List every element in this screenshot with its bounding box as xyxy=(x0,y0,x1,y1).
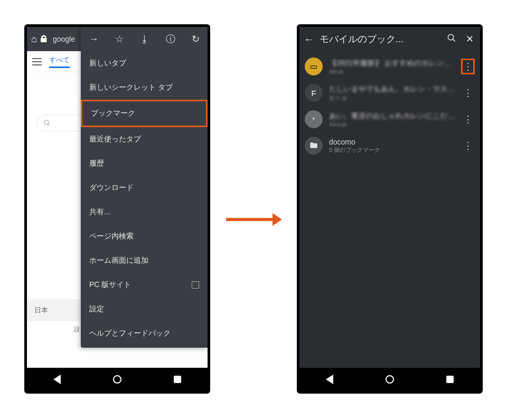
menu-add-home[interactable]: ホーム画面に追加 xyxy=(81,249,208,273)
bookmarks-screen: ← モバイルのブック... ✕ ▭ 【2021年最新】 おすすめのカレン… ta… xyxy=(299,27,480,391)
favicon-icon: F xyxy=(305,84,323,102)
more-icon[interactable]: ⋮ xyxy=(461,111,475,127)
menu-bookmarks[interactable]: ブックマーク xyxy=(81,100,208,127)
menu-desktop-site[interactable]: PC 版サイト xyxy=(81,273,208,297)
more-icon[interactable]: ⋮ xyxy=(461,85,475,101)
menu-help[interactable]: ヘルプとフィードバック xyxy=(81,321,208,346)
desktop-site-checkbox[interactable] xyxy=(192,281,199,289)
bookmark-subtitle: あり.jp xyxy=(329,94,455,102)
svg-point-0 xyxy=(44,120,49,125)
search-icon xyxy=(43,119,51,127)
bookmark-title: docomo xyxy=(329,138,455,146)
url-text[interactable]: google xyxy=(53,35,80,43)
svg-line-3 xyxy=(453,39,455,42)
more-icon[interactable]: ⋮ xyxy=(461,138,475,154)
nav-bar xyxy=(299,368,480,391)
flow-arrow xyxy=(226,213,282,226)
arrow-line-icon xyxy=(226,218,273,221)
bookmark-subtitle: tab.jp xyxy=(329,68,455,74)
svg-point-2 xyxy=(448,34,454,40)
bookmark-row[interactable]: docomo 5 個のブックマーク ⋮ xyxy=(299,132,480,159)
nav-back-icon[interactable] xyxy=(326,375,333,384)
menu-share[interactable]: 共有... xyxy=(81,200,208,224)
menu-history[interactable]: 履歴 xyxy=(81,151,208,176)
bookmark-subtitle: kura.jp xyxy=(329,121,455,127)
search-icon[interactable] xyxy=(447,33,456,45)
menu-recent-tabs[interactable]: 最近使ったタブ xyxy=(81,127,208,151)
more-icon[interactable]: ⋮ xyxy=(461,59,475,74)
bookmark-list: ▭ 【2021年最新】 おすすめのカレン… tab.jp ⋮ F たしいまやでも… xyxy=(299,51,480,161)
bookmark-title: たしいまやでもあん。カレン・マスタ… xyxy=(329,84,455,94)
menu-find[interactable]: ページ内検索 xyxy=(81,224,208,249)
arrow-head-icon xyxy=(273,213,282,226)
favicon-icon: * xyxy=(305,110,323,128)
menu-incognito[interactable]: 新しいシークレット タブ xyxy=(81,75,208,100)
forward-icon[interactable]: → xyxy=(89,34,99,45)
nav-recent-icon[interactable] xyxy=(446,376,454,383)
menu-settings[interactable]: 設定 xyxy=(81,297,208,321)
menu-new-tab[interactable]: 新しいタブ xyxy=(81,51,208,75)
menu-icon-row: → ☆ ⭳ ⓘ ↻ xyxy=(81,27,208,51)
chrome-menu: → ☆ ⭳ ⓘ ↻ 新しいタブ 新しいシークレット タブ ブックマーク 最近使っ… xyxy=(81,27,208,348)
download-icon[interactable]: ⭳ xyxy=(140,34,149,45)
bookmark-row[interactable]: ▭ 【2021年最新】 おすすめのカレン… tab.jp ⋮ xyxy=(299,53,480,80)
nav-back-icon[interactable] xyxy=(53,375,61,384)
nav-bar xyxy=(27,368,208,391)
svg-line-1 xyxy=(48,124,50,126)
nav-home-icon[interactable] xyxy=(113,375,121,384)
bookmark-subtitle: 5 個のブックマーク xyxy=(329,146,455,154)
bookmark-row[interactable]: * あい。東京のおしゃれカレンにこだわり… kura.jp ⋮ xyxy=(299,106,480,132)
menu-downloads[interactable]: ダウンロード xyxy=(81,176,208,200)
nav-recent-icon[interactable] xyxy=(174,376,181,383)
reload-icon[interactable]: ↻ xyxy=(192,33,200,45)
close-icon[interactable]: ✕ xyxy=(466,33,474,45)
bookmarks-header: ← モバイルのブック... ✕ xyxy=(299,27,480,51)
phone-left: ⌂ 🔒︎ google すべて 日本 設定 プライバシー 規約 → ☆ ⭳ ⓘ … xyxy=(24,24,210,394)
folder-icon xyxy=(305,137,323,155)
info-icon[interactable]: ⓘ xyxy=(166,33,175,45)
header-title: モバイルのブック... xyxy=(320,33,442,45)
tab-all[interactable]: すべて xyxy=(49,55,70,68)
nav-home-icon[interactable] xyxy=(386,375,394,384)
bookmark-title: あい。東京のおしゃれカレンにこだわり… xyxy=(329,111,455,121)
star-icon[interactable]: ☆ xyxy=(115,33,124,45)
home-icon[interactable]: ⌂ xyxy=(31,34,37,45)
phone-right: ← モバイルのブック... ✕ ▭ 【2021年最新】 おすすめのカレン… ta… xyxy=(297,24,483,394)
bookmark-row[interactable]: F たしいまやでもあん。カレン・マスタ… あり.jp ⋮ xyxy=(299,80,480,106)
lock-icon: 🔒︎ xyxy=(39,34,49,45)
favicon-icon: ▭ xyxy=(305,58,323,75)
hamburger-icon[interactable] xyxy=(32,58,42,65)
bookmark-title: 【2021年最新】 おすすめのカレン… xyxy=(329,59,455,68)
back-icon[interactable]: ← xyxy=(304,33,314,45)
